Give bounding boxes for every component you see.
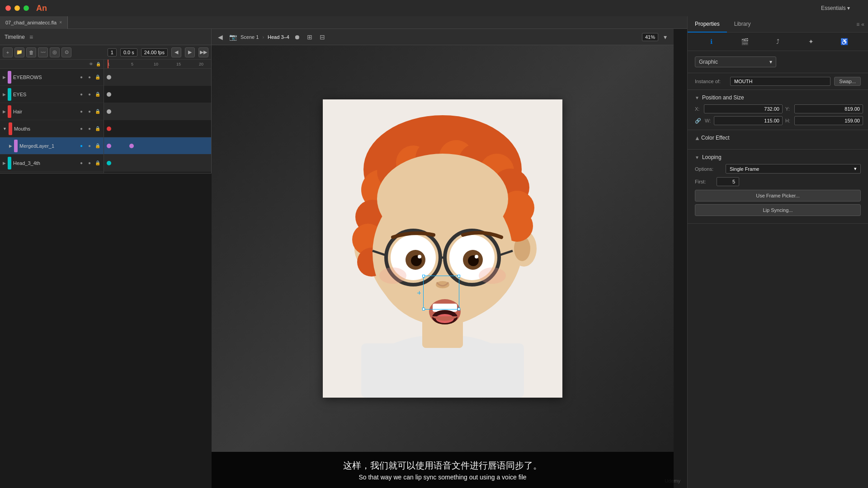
color-effect-section: ▶ Color Effect: [688, 130, 868, 150]
layer-vis2-eyebrows[interactable]: ●: [86, 74, 93, 80]
section-icon-export[interactable]: ⤴: [771, 35, 784, 48]
instance-row: Instance of: Swap...: [688, 73, 868, 90]
file-tab[interactable]: 07_chad_animatecc.fla ×: [0, 16, 68, 29]
zoom-control: 41% ▾: [642, 32, 670, 42]
section-icon-info[interactable]: ℹ: [705, 35, 718, 48]
layer-expand-mouths[interactable]: ▼: [3, 127, 7, 131]
w-input[interactable]: [714, 116, 783, 125]
layer-vis2-hair[interactable]: ●: [86, 108, 93, 115]
looping-options-dropdown[interactable]: Single Frame ▾: [726, 164, 861, 174]
selection-handle-bl[interactable]: [422, 308, 425, 310]
transform-btn[interactable]: ⊞: [305, 32, 315, 42]
layer-vis-merged[interactable]: ●: [78, 143, 85, 149]
swap-button[interactable]: Swap...: [834, 77, 861, 86]
layer-vis2-head[interactable]: ●: [86, 160, 93, 166]
layer-expand-hair[interactable]: ▶: [3, 109, 6, 114]
essentials-menu[interactable]: Essentials ▾: [821, 5, 850, 11]
looping-options-chevron: ▾: [854, 166, 857, 172]
layer-lock-eyebrows[interactable]: 🔒: [94, 74, 101, 80]
graphic-type-dropdown[interactable]: Graphic ▾: [695, 56, 776, 67]
layer-vis-head[interactable]: ●: [78, 160, 85, 166]
layer-color-eyes: [8, 88, 11, 101]
layer-vis-mouths[interactable]: ●: [78, 126, 85, 132]
layer-hair[interactable]: ▶ Hair ● ● 🔒: [0, 103, 104, 120]
onion-outlines-btn[interactable]: ⊙: [61, 47, 71, 57]
selection-handle-br[interactable]: [458, 308, 460, 310]
tab-filename: 07_chad_animatecc.fla: [5, 20, 57, 25]
layers-header-lock: 🔒: [96, 62, 101, 66]
prev-frame-btn[interactable]: ◀: [171, 47, 181, 57]
layer-vis2-mouths[interactable]: ●: [86, 126, 93, 132]
layer-lock-merged[interactable]: 🔒: [94, 143, 101, 149]
layer-head34th[interactable]: ▶ Head_3_4th ● ● 🔒: [0, 155, 104, 172]
use-frame-picker-btn[interactable]: Use Frame Picker...: [695, 190, 861, 202]
maximize-traffic-light[interactable]: [24, 5, 29, 11]
first-input[interactable]: [717, 177, 739, 186]
timeline-menu-icon[interactable]: ≡: [29, 33, 33, 41]
section-icon-accessibility[interactable]: ♿: [838, 35, 850, 48]
panel-menu-icon[interactable]: ≡: [856, 21, 859, 28]
layer-lock-mouths[interactable]: 🔒: [94, 126, 101, 132]
position-grid: X: Y: 🔗 W: H:: [695, 104, 861, 125]
record-btn[interactable]: ⏺: [292, 32, 302, 42]
selection-handle-tl[interactable]: [422, 275, 425, 277]
layer-expand-head[interactable]: ▶: [3, 161, 6, 165]
w-label: W:: [705, 118, 712, 123]
layer-vis-eyebrows[interactable]: ●: [78, 74, 85, 80]
svg-point-32: [418, 255, 421, 258]
layer-mouths[interactable]: ▼ Mouths ● ● 🔒: [0, 120, 104, 137]
y-input[interactable]: [794, 104, 863, 113]
stage-canvas[interactable]: [323, 99, 562, 398]
svg-point-36: [475, 255, 478, 258]
breadcrumb-separator: ›: [262, 34, 264, 40]
add-folder-btn[interactable]: 📁: [14, 47, 24, 57]
zoom-dropdown-btn[interactable]: ▾: [660, 32, 670, 42]
layer-expand-eyes[interactable]: ▶: [3, 92, 6, 97]
position-size-header[interactable]: ▼ Position and Size: [695, 94, 861, 101]
motion-editor-btn[interactable]: 〰: [38, 47, 48, 57]
tab-close-icon[interactable]: ×: [59, 20, 62, 25]
layer-vis-eyes[interactable]: ●: [78, 91, 85, 98]
playhead[interactable]: [108, 60, 108, 68]
onion-skin-btn[interactable]: ◎: [50, 47, 60, 57]
play-btn[interactable]: ▶: [185, 47, 195, 57]
current-frame: 1: [108, 48, 117, 56]
tab-library[interactable]: Library: [727, 16, 758, 33]
new-layer-btn[interactable]: +: [3, 47, 13, 57]
delete-layer-btn[interactable]: 🗑: [26, 47, 36, 57]
titlebar: An Essentials ▾: [0, 0, 868, 16]
next-frame-btn[interactable]: ▶▶: [198, 47, 208, 57]
keyframe-merged-1: [107, 144, 111, 148]
layer-expand-eyebrows[interactable]: ▶: [3, 75, 6, 80]
mouth-selection-box[interactable]: [423, 276, 459, 310]
prev-scene-btn[interactable]: ◀: [215, 32, 225, 42]
layer-eyebrows[interactable]: ▶ EYEBROWS ● ● 🔒: [0, 69, 104, 86]
tab-properties[interactable]: Properties: [688, 16, 727, 33]
layer-eyes[interactable]: ▶ EYES ● ● 🔒: [0, 86, 104, 103]
looping-header[interactable]: ▼ Looping: [695, 154, 861, 160]
layer-vis2-eyes[interactable]: ●: [86, 91, 93, 98]
section-icon-filters[interactable]: ✦: [805, 35, 817, 48]
close-traffic-light[interactable]: [5, 5, 11, 11]
layer-vis2-merged[interactable]: ●: [86, 143, 93, 149]
section-icon-scene[interactable]: 🎬: [738, 35, 751, 48]
color-effect-header[interactable]: ▶ Color Effect: [695, 135, 861, 141]
lip-syncing-btn[interactable]: Lip Syncing...: [695, 204, 861, 216]
properties-content: ▼ Position and Size X: Y: 🔗 W:: [688, 90, 868, 488]
layer-lock-head[interactable]: 🔒: [94, 160, 101, 166]
w-field: 🔗 W:: [695, 116, 783, 125]
layer-vis-hair[interactable]: ●: [78, 108, 85, 115]
x-input[interactable]: [704, 104, 783, 113]
zoom-value[interactable]: 41%: [642, 33, 658, 41]
layer-lock-eyes[interactable]: 🔒: [94, 91, 101, 98]
instance-name-input[interactable]: [730, 77, 830, 86]
layer-lock-hair[interactable]: 🔒: [94, 108, 101, 115]
snap-btn[interactable]: ⊟: [317, 32, 327, 42]
layer-expand-merged[interactable]: ▶: [9, 144, 12, 148]
scene-label[interactable]: Scene 1: [241, 34, 259, 40]
minimize-traffic-light[interactable]: [14, 5, 20, 11]
panel-collapse-icon[interactable]: «: [861, 21, 864, 28]
layer-mergedlayer1[interactable]: ▶ MergedLayer_1 ● ● 🔒: [0, 137, 104, 155]
selection-handle-tr[interactable]: [458, 275, 460, 277]
h-input[interactable]: [794, 116, 863, 125]
